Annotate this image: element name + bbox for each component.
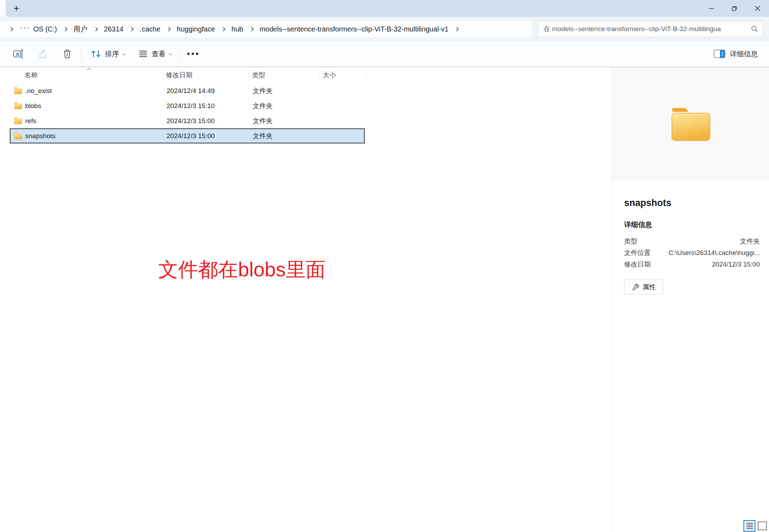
breadcrumb-chevron-icon[interactable] xyxy=(93,27,98,31)
column-header-row: 名称 修改日期 类型 大小 xyxy=(0,67,612,83)
breadcrumb-item[interactable]: huggingface xyxy=(175,25,216,33)
breadcrumb-chevron-icon[interactable] xyxy=(249,27,254,31)
folder-icon xyxy=(13,87,23,95)
sort-label: 排序 xyxy=(105,49,119,59)
sort-icon xyxy=(90,49,102,59)
breadcrumb-overflow[interactable]: ··· xyxy=(20,23,30,32)
file-type: 文件夹 xyxy=(253,114,273,128)
details-row-label: 文件位置 xyxy=(624,247,651,258)
search-icon xyxy=(751,25,758,33)
file-date: 2024/12/4 14:49 xyxy=(167,84,215,98)
breadcrumb-chevron-icon[interactable] xyxy=(9,27,13,31)
file-name: blobs xyxy=(25,99,41,113)
column-header-size[interactable]: 大小 xyxy=(323,67,336,83)
details-row-label: 修改日期 xyxy=(624,258,651,270)
table-row[interactable]: refs 2024/12/3 15:00 文件夹 xyxy=(10,113,365,128)
minimize-button[interactable] xyxy=(700,0,723,17)
share-button[interactable] xyxy=(33,46,53,62)
folder-icon xyxy=(667,105,714,143)
chevron-down-icon xyxy=(122,52,126,55)
restore-button[interactable] xyxy=(723,0,746,17)
breadcrumb-chevron-icon[interactable] xyxy=(221,27,225,31)
active-tab-edge xyxy=(0,0,6,15)
rename-icon: A xyxy=(13,48,24,59)
svg-text:A: A xyxy=(16,51,19,57)
details-pane-icon xyxy=(713,49,726,59)
properties-label: 属性 xyxy=(643,283,656,292)
sort-ascending-icon xyxy=(87,68,91,72)
breadcrumb-chevron-icon[interactable] xyxy=(166,27,171,31)
breadcrumb-item[interactable]: OS (C:) xyxy=(32,25,58,33)
view-switcher xyxy=(743,520,767,532)
details-rows: 类型 文件夹 文件位置 C:\Users\26314\.cache\huggi.… xyxy=(624,235,760,270)
breadcrumb-items: OS (C:) 用户 26314 .cache huggingface hub … xyxy=(32,24,464,34)
details-row: 文件位置 C:\Users\26314\.cache\huggi... xyxy=(624,247,760,258)
file-name: refs xyxy=(25,114,36,128)
annotation-text: 文件都在blobs里面 xyxy=(158,259,326,280)
share-icon xyxy=(37,48,48,59)
new-tab-button[interactable]: + xyxy=(10,2,23,15)
details-pane-toggle[interactable]: 详细信息 xyxy=(711,46,761,62)
view-lines-icon xyxy=(138,49,148,59)
column-header-date[interactable]: 修改日期 xyxy=(166,67,193,83)
folder-icon xyxy=(13,117,23,125)
details-row: 类型 文件夹 xyxy=(624,235,760,247)
table-row[interactable]: .no_exist 2024/12/4 14:49 文件夹 xyxy=(10,83,365,98)
explorer-window: + ··· xyxy=(0,0,769,532)
file-date: 2024/12/3 15:10 xyxy=(167,99,215,113)
folder-icon xyxy=(13,102,23,110)
properties-button[interactable]: 属性 xyxy=(624,279,663,295)
view-label: 查看 xyxy=(152,49,166,59)
breadcrumb-chevron-icon[interactable] xyxy=(455,27,459,31)
close-button[interactable] xyxy=(746,0,769,17)
minimize-icon xyxy=(708,6,714,12)
search-value: 在 models--sentence-transformers--clip-Vi… xyxy=(544,24,751,34)
rename-button[interactable]: A xyxy=(8,46,28,62)
details-toggle-label: 详细信息 xyxy=(730,49,758,59)
view-button[interactable]: 查看 xyxy=(134,46,175,62)
address-bar: ··· OS (C:) 用户 26314 .cache huggingface … xyxy=(0,17,769,41)
table-row[interactable]: snapshots 2024/12/3 15:00 文件夹 xyxy=(10,128,365,143)
titlebar: + xyxy=(0,0,769,17)
table-row[interactable]: blobs 2024/12/3 15:10 文件夹 xyxy=(10,98,365,113)
breadcrumb-item[interactable]: 26314 xyxy=(103,25,125,33)
column-header-type[interactable]: 类型 xyxy=(252,67,265,83)
toolbar-divider xyxy=(81,47,82,61)
column-separator xyxy=(366,70,366,80)
sort-button[interactable]: 排序 xyxy=(86,46,129,62)
details-section-header: 详细信息 xyxy=(624,220,760,229)
breadcrumb-item[interactable]: .cache xyxy=(138,25,162,33)
icons-view-button[interactable] xyxy=(758,522,767,530)
breadcrumb-item[interactable]: 用户 xyxy=(72,24,89,34)
breadcrumb-item[interactable]: models--sentence-transformers--clip-ViT-… xyxy=(258,25,450,33)
details-row: 修改日期 2024/12/3 15:00 xyxy=(624,258,760,270)
folder-icon xyxy=(13,132,23,140)
main-content: 名称 修改日期 类型 大小 .no_exist 2024/12/4 14:49 … xyxy=(0,67,769,531)
column-separator xyxy=(163,70,163,80)
file-type: 文件夹 xyxy=(253,84,273,98)
breadcrumb-item[interactable]: hub xyxy=(230,25,244,33)
more-button[interactable]: ••• xyxy=(184,46,203,62)
chevron-down-icon xyxy=(169,52,172,55)
close-icon xyxy=(755,6,760,11)
details-row-value: 文件夹 xyxy=(740,235,760,247)
breadcrumb-chevron-icon[interactable] xyxy=(63,27,68,31)
details-view-button[interactable] xyxy=(743,520,755,532)
restore-icon xyxy=(731,5,737,12)
details-title: snapshots xyxy=(624,198,760,208)
file-date: 2024/12/3 15:00 xyxy=(167,114,215,128)
column-separator xyxy=(248,70,249,80)
details-meta: snapshots 详细信息 类型 文件夹 文件位置 C:\Users\2631… xyxy=(612,181,769,295)
file-type: 文件夹 xyxy=(253,129,273,143)
file-list-area: 名称 修改日期 类型 大小 .no_exist 2024/12/4 14:49 … xyxy=(0,67,612,531)
column-header-name[interactable]: 名称 xyxy=(25,67,38,83)
delete-button[interactable] xyxy=(57,46,77,62)
breadcrumb-chevron-icon[interactable] xyxy=(130,27,134,31)
toolbar: A xyxy=(0,41,769,67)
search-input[interactable]: 在 models--sentence-transformers--clip-Vi… xyxy=(538,21,763,37)
tab-strip xyxy=(6,0,769,17)
preview-area xyxy=(612,67,769,181)
file-date: 2024/12/3 15:00 xyxy=(167,129,215,143)
file-rows: .no_exist 2024/12/4 14:49 文件夹 blobs 2024… xyxy=(10,83,365,143)
file-type: 文件夹 xyxy=(253,99,273,113)
